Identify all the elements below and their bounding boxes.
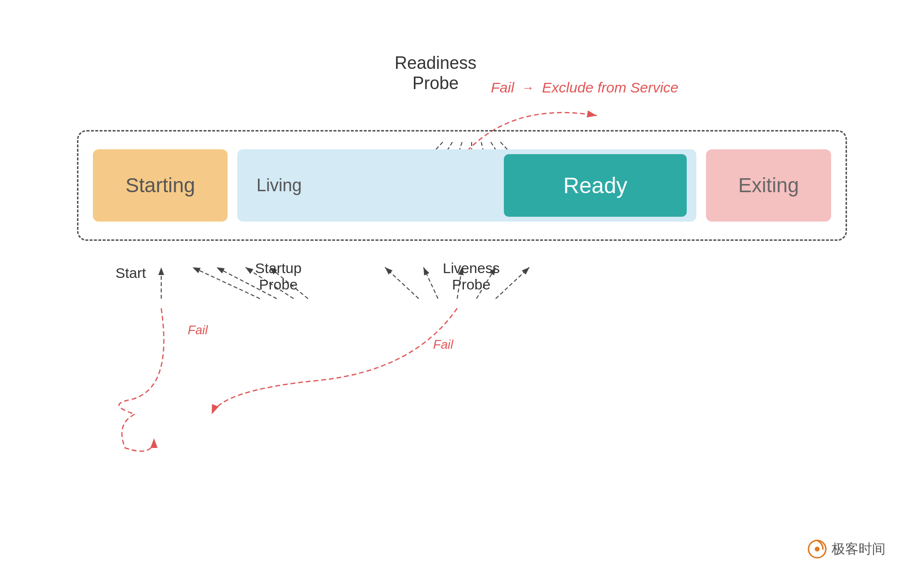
ready-state: Ready xyxy=(504,154,687,217)
fail-bottom-right-label: Fail xyxy=(433,337,453,352)
living-state: Living Ready xyxy=(237,149,696,222)
top-fail-label: Fail xyxy=(491,79,514,96)
startup-probe-line1: Startup xyxy=(255,260,302,276)
watermark-text: 极客时间 xyxy=(832,540,886,558)
readiness-probe-line1: Readiness xyxy=(395,53,476,73)
fail-bottom-left-label: Fail xyxy=(188,323,208,338)
liveness-probe-line2: Probe xyxy=(443,276,500,293)
watermark: 极客时间 xyxy=(808,539,886,559)
main-box: Starting Living Ready Exiting xyxy=(77,130,847,241)
geektime-icon xyxy=(808,539,827,559)
liveness-probe-label: Liveness Probe xyxy=(443,260,500,293)
start-label: Start xyxy=(116,265,146,281)
startup-probe-label: Startup Probe xyxy=(255,260,302,293)
top-fail-area: Fail → Exclude from Service xyxy=(491,79,679,96)
diagram-container: Fail → Exclude from Service Readiness Pr… xyxy=(77,39,847,520)
svg-line-16 xyxy=(424,267,438,299)
exclude-from-service-label: Exclude from Service xyxy=(542,79,678,96)
startup-probe-line2: Probe xyxy=(255,276,302,293)
svg-line-15 xyxy=(385,267,419,299)
readiness-probe-line2: Probe xyxy=(395,73,476,93)
liveness-probe-line1: Liveness xyxy=(443,260,500,276)
svg-line-19 xyxy=(496,267,529,299)
exiting-state: Exiting xyxy=(706,149,831,222)
svg-line-11 xyxy=(192,267,260,299)
svg-point-21 xyxy=(815,547,820,552)
readiness-probe-label: Readiness Probe xyxy=(395,53,476,93)
arrow-right-icon: → xyxy=(522,80,534,95)
starting-state: Starting xyxy=(93,149,228,222)
